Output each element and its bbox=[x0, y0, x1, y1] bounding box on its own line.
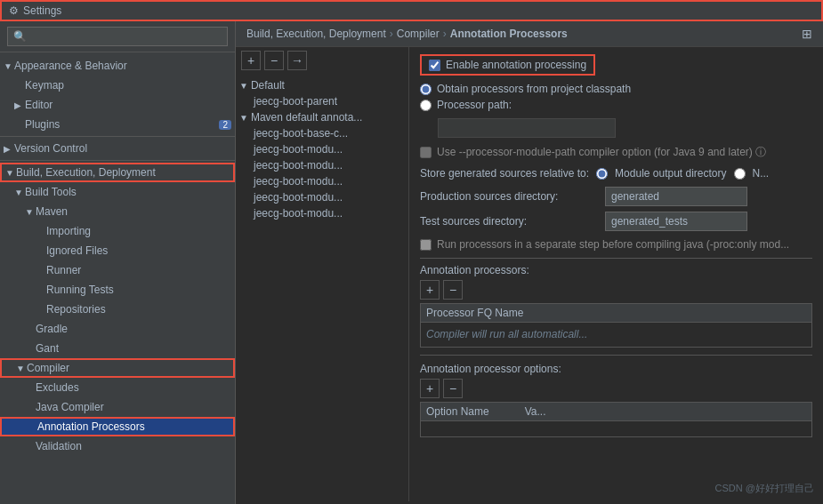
processor-tree-item[interactable]: ▼ Default bbox=[236, 77, 408, 93]
annotation-processors-table: Processor FQ Name Compiler will run all … bbox=[420, 303, 812, 348]
item-label: Repositories bbox=[46, 303, 106, 316]
sidebar-item-gradle[interactable]: Gradle bbox=[0, 319, 235, 339]
spacer bbox=[36, 246, 46, 256]
add-processor-button[interactable]: + bbox=[241, 51, 261, 70]
divider2 bbox=[420, 355, 812, 356]
sidebar-item-compiler[interactable]: ▼ Compiler bbox=[0, 358, 235, 378]
item-label: jeecg-boot-base-c... bbox=[254, 127, 348, 140]
sidebar-item-validation[interactable]: Validation bbox=[0, 436, 235, 456]
sidebar-item-ignored-files[interactable]: Ignored Files bbox=[0, 241, 235, 260]
item-label: Running Tests bbox=[46, 284, 114, 296]
spacer bbox=[36, 227, 46, 236]
sidebar-item-annotation-processors[interactable]: Annotation Processors bbox=[0, 417, 235, 436]
processor-tree: ▼ Default jeecg-boot-parent ▼ Maven defa… bbox=[236, 77, 408, 501]
processor-tree-item[interactable]: jeecg-boot-parent bbox=[236, 93, 408, 109]
enable-annotation-processing-label: Enable annotation processing bbox=[446, 59, 586, 71]
item-label: jeecg-boot-modu... bbox=[254, 159, 343, 172]
move-processor-button[interactable]: → bbox=[287, 51, 307, 70]
item-label: Excludes bbox=[36, 381, 79, 394]
processor-path-label: Processor path: bbox=[437, 99, 512, 111]
run-processors-separate-checkbox[interactable] bbox=[420, 239, 432, 251]
sidebar-item-editor[interactable]: ▶ Editor bbox=[0, 95, 235, 115]
item-label: Annotation Processors bbox=[37, 420, 145, 433]
test-sources-dir-input[interactable] bbox=[605, 212, 747, 231]
other-location-radio[interactable] bbox=[734, 168, 746, 180]
remove-option-button[interactable]: − bbox=[443, 379, 463, 398]
production-sources-dir-input[interactable] bbox=[605, 187, 747, 206]
module-output-radio[interactable] bbox=[596, 168, 608, 180]
options-panel: Enable annotation processing Obtain proc… bbox=[409, 47, 823, 501]
annotation-processors-toolbar: + − bbox=[420, 280, 812, 300]
item-label: jeecg-boot-modu... bbox=[254, 175, 343, 188]
sidebar-item-build-tools[interactable]: ▼ Build Tools bbox=[0, 182, 235, 202]
test-sources-dir-row: Test sources directory: bbox=[420, 212, 812, 231]
breadcrumb-part3: Annotation Processors bbox=[450, 28, 568, 40]
sidebar-item-build-execution[interactable]: ▼ Build, Execution, Deployment bbox=[0, 163, 235, 182]
item-label: Maven bbox=[36, 205, 68, 218]
enable-annotation-processing-checkbox[interactable] bbox=[429, 60, 440, 71]
test-sources-dir-label: Test sources directory: bbox=[420, 215, 598, 228]
expand-icon: ▼ bbox=[25, 207, 36, 217]
obtain-processors-radio[interactable] bbox=[420, 84, 432, 95]
use-processor-module-path-label: Use --processor-module-path compiler opt… bbox=[437, 145, 766, 160]
processor-tree-item[interactable]: jeecg-boot-base-c... bbox=[236, 125, 408, 141]
expand-icon: ▼ bbox=[239, 113, 248, 123]
obtain-processors-row: Obtain processors from project classpath bbox=[420, 83, 812, 95]
sidebar-item-version-control[interactable]: ▶ Version Control bbox=[0, 139, 235, 158]
sidebar-item-importing[interactable]: Importing bbox=[0, 221, 235, 241]
sidebar-item-keymap[interactable]: Keymap bbox=[0, 76, 235, 95]
processor-tree-item[interactable]: ▼ Maven default annota... bbox=[236, 109, 408, 125]
spacer bbox=[25, 442, 36, 452]
annotation-processor-options-label: Annotation processor options: bbox=[420, 363, 561, 375]
sidebar-tree: ▼ Appearance & Behavior Keymap ▶ Editor … bbox=[0, 52, 235, 504]
processor-tree-item[interactable]: jeecg-boot-modu... bbox=[236, 205, 408, 221]
expand-icon: ▼ bbox=[16, 364, 27, 373]
annotation-processor-options-section-label: Annotation processor options: bbox=[420, 363, 812, 375]
expand-icon: ▼ bbox=[4, 61, 14, 71]
breadcrumb-part1: Build, Execution, Deployment bbox=[246, 28, 386, 40]
use-processor-module-path-checkbox[interactable] bbox=[420, 147, 432, 158]
processor-tree-item[interactable]: jeecg-boot-modu... bbox=[236, 189, 408, 205]
processor-tree-item[interactable]: jeecg-boot-modu... bbox=[236, 157, 408, 173]
annotation-processor-options-toolbar: + − bbox=[420, 379, 812, 398]
spacer bbox=[36, 266, 46, 276]
processor-path-input[interactable] bbox=[438, 118, 616, 138]
spacer bbox=[25, 324, 36, 334]
expand-icon: ▶ bbox=[14, 100, 25, 110]
sidebar-item-java-compiler[interactable]: Java Compiler bbox=[0, 397, 235, 417]
sidebar-item-maven[interactable]: ▼ Maven bbox=[0, 202, 235, 221]
processor-path-radio[interactable] bbox=[420, 100, 432, 111]
sidebar-item-excludes[interactable]: Excludes bbox=[0, 378, 235, 397]
module-output-label: Module output directory bbox=[615, 167, 726, 180]
item-label: Keymap bbox=[25, 79, 64, 92]
processor-tree-item[interactable]: jeecg-boot-modu... bbox=[236, 141, 408, 157]
item-label: Importing bbox=[46, 225, 91, 237]
option-value-column-header: Va... bbox=[525, 405, 546, 418]
enable-annotation-processing-row: Enable annotation processing bbox=[420, 54, 595, 76]
search-input[interactable] bbox=[7, 27, 228, 46]
expand-panel-icon[interactable]: ⊞ bbox=[802, 27, 812, 41]
remove-annotation-processor-button[interactable]: − bbox=[443, 280, 463, 300]
production-sources-dir-row: Production sources directory: bbox=[420, 187, 812, 206]
main-content: Build, Execution, Deployment › Compiler … bbox=[236, 21, 823, 504]
add-annotation-processor-button[interactable]: + bbox=[420, 280, 440, 300]
annotation-processors-empty-text: Compiler will run all automaticall... bbox=[421, 323, 811, 346]
item-label: Version Control bbox=[14, 142, 87, 155]
item-label: Compiler bbox=[27, 362, 69, 374]
processor-toolbar: + − → bbox=[236, 47, 408, 74]
sidebar-item-gant[interactable]: Gant bbox=[0, 339, 235, 358]
store-generated-sources-label: Store generated sources relative to: bbox=[420, 167, 589, 180]
spacer bbox=[14, 120, 25, 130]
sidebar-item-running-tests[interactable]: Running Tests bbox=[0, 280, 235, 300]
add-option-button[interactable]: + bbox=[420, 379, 440, 398]
sidebar-item-appearance[interactable]: ▼ Appearance & Behavior bbox=[0, 56, 235, 76]
sidebar-item-plugins[interactable]: Plugins 2 bbox=[0, 115, 235, 134]
sidebar-item-runner[interactable]: Runner bbox=[0, 260, 235, 280]
processor-tree-item[interactable]: jeecg-boot-modu... bbox=[236, 173, 408, 189]
annotation-processor-options-header: Option Name Va... bbox=[421, 403, 811, 421]
breadcrumb-part2: Compiler bbox=[397, 28, 440, 40]
expand-icon: ▼ bbox=[239, 81, 248, 91]
remove-processor-button[interactable]: − bbox=[264, 51, 284, 70]
item-label: jeecg-boot-modu... bbox=[254, 143, 343, 156]
sidebar-item-repositories[interactable]: Repositories bbox=[0, 300, 235, 319]
